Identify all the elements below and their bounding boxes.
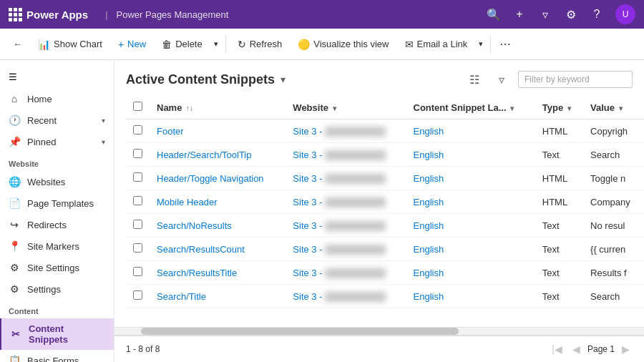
first-page-button[interactable]: |◀ xyxy=(549,342,565,356)
name-link[interactable]: Search/ResultsTitle xyxy=(157,268,237,278)
new-button[interactable]: + New xyxy=(111,35,153,54)
separator-1 xyxy=(225,36,226,53)
show-chart-button[interactable]: 📊 Show Chart xyxy=(31,35,109,54)
row-checkbox-cell[interactable] xyxy=(126,143,150,167)
row-checkbox-cell[interactable] xyxy=(126,167,150,190)
refresh-icon: ↻ xyxy=(238,39,246,50)
website-link[interactable]: Site 3 - xyxy=(293,268,322,278)
next-page-button[interactable]: ▶ xyxy=(619,342,633,356)
filter-view-button[interactable]: ▿ xyxy=(491,69,512,90)
website-link[interactable]: Site 3 - xyxy=(293,126,322,137)
sidebar-item-pinned[interactable]: 📌 Pinned ▾ xyxy=(0,131,114,152)
language-link[interactable]: English xyxy=(414,150,444,160)
column-website[interactable]: Website ▾ xyxy=(286,96,406,119)
row-value: Company xyxy=(583,190,644,214)
website-blurred: ██████████ xyxy=(325,197,386,207)
column-value[interactable]: Value ▾ xyxy=(583,96,644,119)
name-link[interactable]: Footer xyxy=(157,126,184,137)
website-link[interactable]: Site 3 - xyxy=(293,150,322,160)
refresh-button[interactable]: ↻ Refresh xyxy=(230,35,290,54)
name-link[interactable]: Mobile Header xyxy=(157,197,218,207)
prev-page-button[interactable]: ◀ xyxy=(570,342,583,356)
name-link[interactable]: Search/ResultsCount xyxy=(157,244,245,255)
back-button[interactable]: ← xyxy=(6,35,29,53)
sidebar-item-websites[interactable]: 🌐 Websites xyxy=(0,171,114,192)
avatar[interactable]: U xyxy=(615,4,635,24)
sidebar-item-site-settings[interactable]: ⚙ Site Settings xyxy=(0,257,114,278)
select-all-checkbox[interactable] xyxy=(126,96,150,119)
redirects-icon: ↪ xyxy=(9,219,20,230)
row-checkbox[interactable] xyxy=(133,149,142,158)
website-link[interactable]: Site 3 - xyxy=(293,291,322,302)
row-checkbox-cell[interactable] xyxy=(126,119,150,143)
row-type: Text xyxy=(535,238,583,261)
website-link[interactable]: Site 3 - xyxy=(293,173,322,184)
filter-icon[interactable]: ▿ xyxy=(538,7,552,21)
language-sort-icon: ▾ xyxy=(510,104,514,112)
website-blurred: ██████████ xyxy=(325,174,386,184)
sidebar-item-page-templates[interactable]: 📄 Page Templates xyxy=(0,192,114,214)
language-link[interactable]: English xyxy=(414,268,444,278)
row-checkbox-cell[interactable] xyxy=(126,261,150,285)
more-button[interactable]: ⋯ xyxy=(495,34,515,54)
name-link[interactable]: Search/NoResults xyxy=(157,220,232,231)
column-snippet-language[interactable]: Content Snippet La... ▾ xyxy=(406,96,535,119)
row-checkbox-cell[interactable] xyxy=(126,214,150,238)
name-link[interactable]: Header/Search/ToolTip xyxy=(157,150,251,160)
row-checkbox-cell[interactable] xyxy=(126,238,150,261)
sidebar-item-redirects[interactable]: ↪ Redirects xyxy=(0,214,114,235)
column-name[interactable]: Name ↑↓ xyxy=(150,96,286,119)
sidebar-item-content-snippets[interactable]: ✂ Content Snippets xyxy=(0,318,114,350)
new-icon: + xyxy=(118,39,124,50)
sidebar-item-recent[interactable]: 🕐 Recent ▾ xyxy=(0,109,114,131)
sidebar-item-home[interactable]: ⌂ Home xyxy=(0,88,114,109)
name-link[interactable]: Search/Title xyxy=(157,291,206,302)
waffle-menu[interactable] xyxy=(9,8,26,21)
website-link[interactable]: Site 3 - xyxy=(293,197,322,207)
delete-button[interactable]: 🗑 Delete xyxy=(155,35,210,54)
search-icon[interactable]: 🔍 xyxy=(487,7,501,21)
row-checkbox[interactable] xyxy=(133,220,142,229)
filter-input[interactable] xyxy=(518,71,633,88)
scroll-thumb[interactable] xyxy=(141,328,459,335)
row-checkbox[interactable] xyxy=(133,267,142,276)
visualize-button[interactable]: 🟡 Visualize this view xyxy=(291,35,396,54)
sidebar-item-basic-forms[interactable]: 📋 Basic Forms xyxy=(0,350,114,362)
help-icon[interactable]: ? xyxy=(590,7,604,21)
row-website: Site 3 - ██████████ xyxy=(286,119,406,143)
website-link[interactable]: Site 3 - xyxy=(293,244,322,255)
delete-chevron[interactable]: ▾ xyxy=(211,36,221,52)
name-link[interactable]: Header/Toggle Navigation xyxy=(157,173,264,184)
website-link[interactable]: Site 3 - xyxy=(293,220,322,231)
language-link[interactable]: English xyxy=(414,126,444,137)
website-blurred: ██████████ xyxy=(325,292,386,302)
sidebar-item-site-markers[interactable]: 📍 Site Markers xyxy=(0,235,114,257)
horizontal-scrollbar[interactable] xyxy=(114,327,644,336)
table-row: Search/Title Site 3 - ██████████ English… xyxy=(126,285,644,308)
sidebar-hamburger[interactable]: ☰ xyxy=(0,66,114,88)
back-arrow-icon: ← xyxy=(13,39,22,49)
language-link[interactable]: English xyxy=(414,244,444,255)
language-link[interactable]: English xyxy=(414,220,444,231)
sidebar-item-settings[interactable]: ⚙ Settings xyxy=(0,278,114,300)
email-link-button[interactable]: ✉ Email a Link xyxy=(398,35,475,54)
view-title-chevron-icon[interactable]: ▾ xyxy=(280,74,286,85)
header-checkbox[interactable] xyxy=(133,102,142,111)
language-link[interactable]: English xyxy=(414,197,444,207)
settings-icon[interactable]: ⚙ xyxy=(564,7,578,21)
separator-2 xyxy=(490,36,491,53)
language-link[interactable]: English xyxy=(414,173,444,184)
row-checkbox[interactable] xyxy=(133,172,142,182)
column-type[interactable]: Type ▾ xyxy=(535,96,583,119)
row-checkbox-cell[interactable] xyxy=(126,285,150,308)
row-checkbox[interactable] xyxy=(133,243,142,253)
row-checkbox-cell[interactable] xyxy=(126,190,150,214)
row-checkbox[interactable] xyxy=(133,196,142,205)
row-checkbox[interactable] xyxy=(133,125,142,134)
grid-view-button[interactable]: ☷ xyxy=(464,69,485,90)
language-link[interactable]: English xyxy=(414,291,444,302)
row-checkbox[interactable] xyxy=(133,290,142,300)
email-chevron[interactable]: ▾ xyxy=(476,36,486,52)
row-name: Search/NoResults xyxy=(150,214,286,238)
plus-icon[interactable]: + xyxy=(512,7,527,21)
